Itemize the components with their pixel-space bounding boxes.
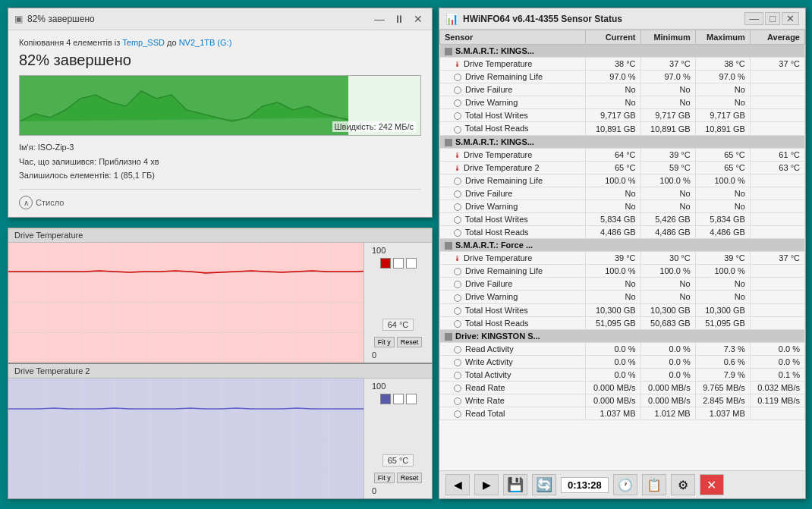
row-minimum: No bbox=[640, 187, 695, 200]
sensor-scroll[interactable]: Sensor Current Minimum Maximum Average S… bbox=[439, 30, 805, 470]
col-average: Average bbox=[750, 30, 804, 45]
row-name-1-4: Drive Warning bbox=[440, 200, 586, 212]
copy-title-left: ▣ 82% завершено bbox=[14, 14, 95, 24]
fit-y2-button[interactable]: Fit y bbox=[374, 473, 395, 483]
drive-temp-side: 100 64 °C Fit y Reset 0 bbox=[364, 243, 432, 363]
pause-button[interactable]: ⏸ bbox=[391, 13, 408, 25]
table-row[interactable]: Drive FailureNoNoNo bbox=[440, 278, 805, 291]
row-maximum: 65 °C bbox=[695, 148, 750, 161]
refresh-button[interactable]: 🔄 bbox=[532, 474, 556, 495]
minimize-button[interactable]: — bbox=[371, 13, 388, 25]
col-sensor: Sensor bbox=[440, 30, 586, 45]
row-current: 38 °C bbox=[586, 58, 640, 71]
hwinfo-title-bar: 📊 HWiNFO64 v6.41-4355 Sensor Status — □ … bbox=[439, 8, 805, 30]
row-maximum: 100.0 % bbox=[695, 265, 750, 278]
color-picker-purple[interactable] bbox=[380, 394, 391, 404]
row-name-3-0: Read Activity bbox=[440, 342, 586, 355]
table-row[interactable]: Drive Remaining Life100.0 %100.0 %100.0 … bbox=[440, 265, 805, 278]
drive-temp2-body: 100 65 °C Fit y Reset 0 bbox=[8, 379, 432, 498]
table-row[interactable]: Drive Remaining Life97.0 %97.0 %97.0 % bbox=[440, 71, 805, 83]
reset-button[interactable]: Reset bbox=[397, 337, 423, 347]
group-header-0: S.M.A.R.T.: KINGS... bbox=[440, 45, 805, 58]
table-row[interactable]: Total Host Writes10,300 GB10,300 GB10,30… bbox=[440, 303, 805, 316]
copy-subtitle-prefix: Копіювання 4 елементів із bbox=[19, 38, 122, 47]
table-row[interactable]: Read Rate0.000 MB/s0.000 MB/s9.765 MB/s0… bbox=[440, 382, 805, 394]
table-row[interactable]: Total Host Writes9,717 GB9,717 GB9,717 G… bbox=[440, 109, 805, 122]
table-row[interactable]: Total Host Reads4,486 GB4,486 GB4,486 GB bbox=[440, 226, 805, 239]
collapse-button[interactable]: ∧ Стисло bbox=[19, 196, 64, 209]
table-row[interactable]: Read Activity0.0 %0.0 %7.3 %0.0 % bbox=[440, 342, 805, 355]
row-maximum: 0.6 % bbox=[695, 355, 750, 368]
row-name-0-3: Drive Warning bbox=[440, 96, 586, 109]
table-row[interactable]: Drive WarningNoNoNo bbox=[440, 96, 805, 109]
copy-window: ▣ 82% завершено — ⏸ ✕ Копіювання 4 елеме… bbox=[8, 8, 433, 218]
checkbox-temp1[interactable] bbox=[393, 258, 404, 269]
table-button[interactable]: 📋 bbox=[642, 474, 666, 495]
table-row[interactable]: 🌡 Drive Temperature 265 °C59 °C65 °C63 °… bbox=[440, 161, 805, 174]
collapse-label: Стисло bbox=[36, 198, 64, 207]
copy-name-row: Ім'я: ISO-Zip-3 bbox=[19, 140, 421, 155]
table-row[interactable]: Drive FailureNoNoNo bbox=[440, 187, 805, 200]
close-button[interactable]: ✕ bbox=[411, 13, 426, 25]
copy-time-value: Приблизно 4 хв bbox=[99, 157, 159, 166]
row-minimum: No bbox=[640, 96, 695, 109]
hwinfo-minimize-button[interactable]: — bbox=[744, 12, 763, 25]
col-current: Current bbox=[586, 30, 640, 45]
fit-reset2-controls: Fit y Reset bbox=[374, 473, 423, 483]
checkbox-temp2-a[interactable] bbox=[393, 394, 404, 404]
table-row[interactable]: Read Total1.037 MB1.012 MB1.037 MB bbox=[440, 407, 805, 420]
row-current: 65 °C bbox=[586, 161, 640, 174]
close-sensor-button[interactable]: ✕ bbox=[700, 474, 724, 495]
settings-button[interactable]: ⚙ bbox=[671, 474, 695, 495]
hwinfo-close-button[interactable]: ✕ bbox=[782, 12, 799, 25]
table-row[interactable]: Drive WarningNoNoNo bbox=[440, 291, 805, 303]
row-current: 4,486 GB bbox=[586, 226, 640, 239]
row-average bbox=[750, 96, 804, 109]
fit-y-button[interactable]: Fit y bbox=[374, 337, 395, 347]
row-name-0-1: Drive Remaining Life bbox=[440, 71, 586, 83]
row-name-2-4: Total Host Writes bbox=[440, 303, 586, 316]
row-maximum: 10,300 GB bbox=[695, 303, 750, 316]
time-display: 0:13:28 bbox=[561, 477, 609, 493]
row-minimum: 1.012 MB bbox=[640, 407, 695, 420]
color-picker-red[interactable] bbox=[380, 258, 391, 269]
row-current: 0.0 % bbox=[586, 355, 640, 368]
table-row[interactable]: Drive FailureNoNoNo bbox=[440, 83, 805, 96]
copy-dest-link[interactable]: NV2_1TB (G:) bbox=[179, 38, 232, 47]
row-average bbox=[750, 303, 804, 316]
drive-temp2-area bbox=[8, 379, 364, 498]
reset2-button[interactable]: Reset bbox=[397, 473, 423, 483]
table-row[interactable]: 🌡 Drive Temperature38 °C37 °C38 °C37 °C bbox=[440, 58, 805, 71]
table-row[interactable]: Drive WarningNoNoNo bbox=[440, 200, 805, 212]
nav-right-button[interactable]: ▶ bbox=[474, 474, 499, 495]
table-row[interactable]: Write Activity0.0 %0.0 %0.6 %0.0 % bbox=[440, 355, 805, 368]
drive-temp-section: Drive Temperature bbox=[8, 228, 432, 364]
table-row[interactable]: Write Rate0.000 MB/s0.000 MB/s2.845 MB/s… bbox=[440, 394, 805, 407]
row-current: No bbox=[586, 291, 640, 303]
row-minimum: 39 °C bbox=[640, 148, 695, 161]
checkbox-temp2-b[interactable] bbox=[406, 394, 417, 404]
checkbox-temp2[interactable] bbox=[406, 258, 417, 269]
row-average: 61 °C bbox=[750, 148, 804, 161]
row-average: 0.0 % bbox=[750, 342, 804, 355]
save-button[interactable]: 💾 bbox=[503, 474, 527, 495]
table-row[interactable]: Total Host Reads10,891 GB10,891 GB10,891… bbox=[440, 122, 805, 135]
row-minimum: 0.0 % bbox=[640, 342, 695, 355]
row-minimum: 0.000 MB/s bbox=[640, 382, 695, 394]
row-minimum: 4,486 GB bbox=[640, 226, 695, 239]
hwinfo-restore-button[interactable]: □ bbox=[765, 12, 780, 25]
table-row[interactable]: Drive Remaining Life100.0 %100.0 %100.0 … bbox=[440, 174, 805, 187]
table-row[interactable]: 🌡 Drive Temperature39 °C30 °C39 °C37 °C bbox=[440, 252, 805, 265]
table-row[interactable]: Total Host Reads51,095 GB50,683 GB51,095… bbox=[440, 316, 805, 329]
row-name-3-2: Total Activity bbox=[440, 368, 586, 381]
row-current: No bbox=[586, 187, 640, 200]
row-name-2-1: Drive Remaining Life bbox=[440, 265, 586, 278]
table-row[interactable]: Total Activity0.0 %0.0 %7.9 %0.1 % bbox=[440, 368, 805, 381]
row-name-1-3: Drive Failure bbox=[440, 187, 586, 200]
copy-source-link[interactable]: Temp_SSD bbox=[122, 38, 165, 47]
nav-left-button[interactable]: ◀ bbox=[445, 474, 470, 495]
table-row[interactable]: 🌡 Drive Temperature64 °C39 °C65 °C61 °C bbox=[440, 148, 805, 161]
clock-button[interactable]: 🕐 bbox=[613, 474, 637, 495]
table-row[interactable]: Total Host Writes5,834 GB5,426 GB5,834 G… bbox=[440, 212, 805, 225]
row-current: No bbox=[586, 96, 640, 109]
